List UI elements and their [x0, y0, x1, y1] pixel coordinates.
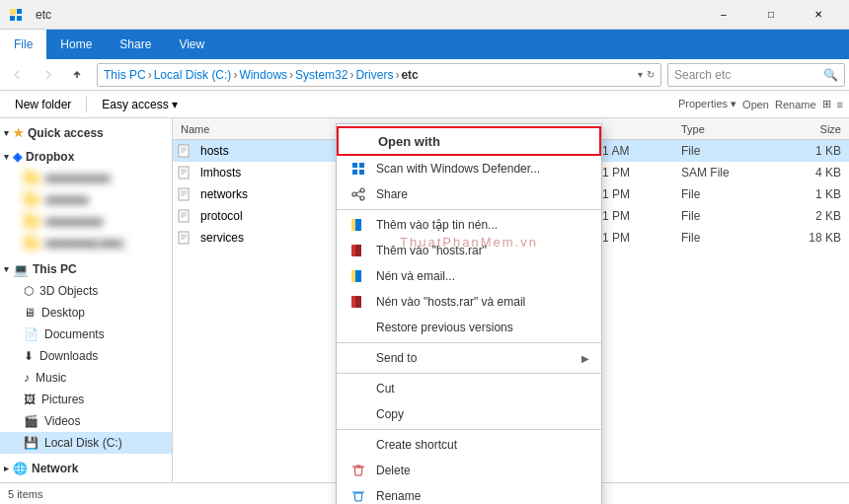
context-create-shortcut[interactable]: Create shortcut	[337, 432, 601, 458]
title-path: etc	[36, 8, 51, 22]
tab-file[interactable]: File	[0, 30, 46, 59]
breadcrumb-drivers[interactable]: Drivers	[355, 68, 393, 82]
context-add-hosts-rar[interactable]: Thêm vào "hosts.rar"	[337, 238, 601, 263]
file-icon-services	[177, 230, 193, 246]
file-size-hosts: 1 KB	[776, 144, 845, 158]
sidebar-item-localdisk[interactable]: 💾 Local Disk (C:)	[0, 432, 172, 454]
svg-line-31	[356, 191, 360, 193]
tab-share[interactable]: Share	[106, 30, 165, 59]
sidebar-header-quickaccess[interactable]: ▾ ★ Quick access	[0, 122, 172, 144]
breadcrumb-system32[interactable]: System32	[295, 68, 347, 82]
sep1: ›	[148, 68, 152, 82]
folder-icon-3	[24, 216, 39, 228]
sidebar-item-blurred-2[interactable]: ■■■■■■	[0, 189, 172, 211]
col-size[interactable]: Size	[776, 123, 845, 135]
sidebar-header-thispc[interactable]: ▾ 💻 This PC	[0, 258, 172, 280]
context-menu: Open with Scan with Windows Defender... …	[336, 123, 602, 504]
documents-icon: 📄	[24, 327, 39, 341]
sidebar-item-videos[interactable]: 🎬 Videos	[0, 410, 172, 432]
col-type[interactable]: Type	[677, 123, 776, 135]
folder-icon-1	[24, 173, 39, 184]
context-restore[interactable]: Restore previous versions	[337, 315, 601, 340]
sidebar-item-downloads[interactable]: ⬇ Downloads	[0, 345, 172, 367]
search-icon[interactable]: 🔍	[823, 68, 838, 82]
close-button[interactable]: ✕	[796, 0, 841, 30]
blurred-label-4: ■■■■■■■(■■■)	[45, 237, 124, 251]
view-details-icon[interactable]: ⊞	[822, 98, 831, 110]
file-icon-lmhosts	[177, 165, 193, 180]
file-type-hosts: File	[677, 144, 776, 158]
sidebar-item-documents[interactable]: 📄 Documents	[0, 324, 172, 345]
sidebar: ▾ ★ Quick access ▾ ◈ Dropbox ■■■■■■■■■ ■…	[0, 118, 173, 482]
open-button[interactable]: Open	[742, 99, 769, 110]
sidebar-header-dropbox[interactable]: ▾ ◈ Dropbox	[0, 146, 172, 168]
sidebar-item-music[interactable]: ♪ Music	[0, 367, 172, 389]
sidebar-item-blurred-4[interactable]: ■■■■■■■(■■■)	[0, 233, 172, 254]
pc-icon: 💻	[13, 262, 29, 277]
tab-home[interactable]: Home	[46, 30, 106, 59]
sidebar-item-3dobjects[interactable]: ⬡ 3D Objects	[0, 280, 172, 302]
properties-button[interactable]: Properties ▾	[678, 98, 736, 110]
sidebar-item-desktop[interactable]: 🖥 Desktop	[0, 302, 172, 324]
context-rename[interactable]: Rename	[337, 483, 601, 504]
objects3d-label: 3D Objects	[39, 284, 98, 298]
context-send-to[interactable]: Send to ▶	[337, 345, 601, 371]
sidebar-item-blurred-1[interactable]: ■■■■■■■■■	[0, 168, 172, 189]
context-compress-hosts-email[interactable]: Nén vào "hosts.rar" và email	[337, 289, 601, 315]
easy-access-button[interactable]: Easy access ▾	[93, 95, 187, 114]
context-cut[interactable]: Cut	[337, 376, 601, 401]
file-type-lmhosts: SAM File	[677, 166, 776, 180]
context-add-zip[interactable]: Thêm vào tập tin nén...	[337, 212, 601, 238]
context-share[interactable]: Share	[337, 181, 601, 207]
context-copy[interactable]: Copy	[337, 401, 601, 427]
context-open-with[interactable]: Open with	[337, 126, 601, 156]
sidebar-item-pictures[interactable]: 🖼 Pictures	[0, 389, 172, 410]
folder-icon-2	[24, 194, 39, 206]
desktop-icon: 🖥	[24, 306, 36, 320]
view-list-icon[interactable]: ≡	[837, 99, 843, 110]
svg-rect-26	[352, 170, 357, 175]
downloads-label: Downloads	[39, 349, 98, 363]
breadcrumb-windows[interactable]: Windows	[239, 68, 287, 82]
minimize-button[interactable]: –	[701, 0, 746, 30]
context-open-with-label: Open with	[378, 134, 587, 149]
videos-icon: 🎬	[24, 414, 39, 428]
context-scan[interactable]: Scan with Windows Defender...	[337, 156, 601, 181]
svg-rect-1	[17, 9, 22, 14]
network-label: Network	[32, 462, 78, 475]
context-send-to-label: Send to	[376, 351, 574, 365]
file-size-services: 18 KB	[776, 231, 845, 245]
breadcrumb-dropdown-icon[interactable]: ▾	[638, 69, 643, 80]
sidebar-header-network[interactable]: ▸ 🌐 Network	[0, 458, 172, 479]
maximize-button[interactable]: □	[748, 0, 794, 30]
context-delete-label: Delete	[376, 464, 589, 477]
breadcrumb-thispc[interactable]: This PC	[104, 68, 146, 82]
chevron-down-icon: ▾	[4, 128, 9, 138]
second-toolbar: New folder Easy access ▾ Properties ▾ Op…	[0, 91, 849, 118]
context-cut-label: Cut	[376, 382, 589, 396]
send-to-icon	[348, 348, 368, 368]
sidebar-item-blurred-3[interactable]: ■■■■■■■■	[0, 211, 172, 233]
file-size-networks: 1 KB	[776, 187, 845, 201]
context-compress-email[interactable]: Nén và email...	[337, 263, 601, 289]
file-type-protocol: File	[677, 209, 776, 223]
back-button[interactable]	[4, 61, 32, 89]
ribbon: File Home Share View	[0, 30, 849, 59]
rename-button[interactable]: Rename	[775, 99, 816, 110]
up-button[interactable]	[63, 61, 91, 89]
refresh-icon[interactable]: ↻	[647, 69, 655, 80]
compress-email-icon	[348, 266, 368, 286]
context-share-label: Share	[376, 187, 589, 201]
tab-view[interactable]: View	[165, 30, 218, 59]
breadcrumb-localc[interactable]: Local Disk (C:)	[154, 68, 232, 82]
breadcrumb-bar[interactable]: This PC › Local Disk (C:) › Windows › Sy…	[97, 63, 661, 87]
rename-icon	[348, 486, 368, 504]
desktop-label: Desktop	[41, 306, 85, 320]
svg-rect-36	[355, 245, 361, 256]
breadcrumb-etc[interactable]: etc	[401, 68, 418, 82]
context-delete[interactable]: Delete	[337, 458, 601, 483]
new-folder-button[interactable]: New folder	[6, 95, 80, 114]
search-bar[interactable]: Search etc 🔍	[667, 63, 845, 87]
forward-button[interactable]	[34, 61, 61, 89]
context-scan-label: Scan with Windows Defender...	[376, 162, 589, 176]
